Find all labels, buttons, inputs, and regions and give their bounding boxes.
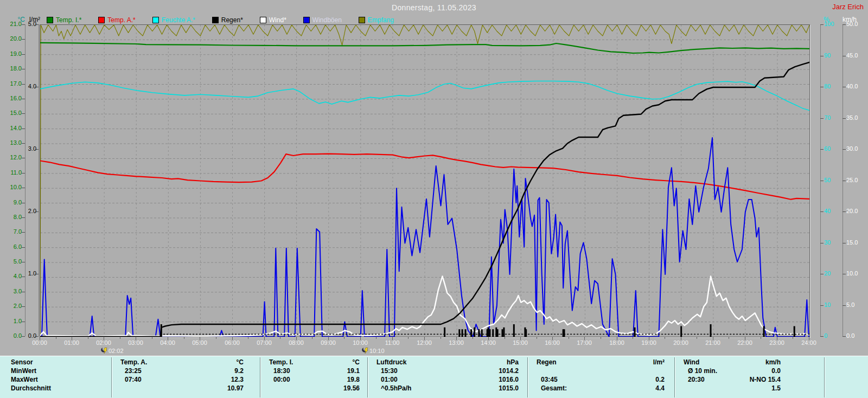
half-hour-tick [88, 337, 88, 339]
stats-value: 1.5 [674, 384, 781, 392]
hour-label: 02:00 [96, 339, 111, 346]
celsius-axis-tick-label: 10.0 [4, 184, 22, 190]
celsius-axis-tick-label: 14.0 [4, 125, 22, 131]
stats-value: l/m² [527, 358, 665, 366]
legend-item-empfang[interactable]: Empfang [359, 16, 394, 24]
hour-label: 18:00 [609, 339, 624, 346]
wind-axis-tick [843, 181, 846, 181]
rain-event-bar [478, 329, 480, 337]
hour-label: 07:00 [257, 339, 272, 346]
hour-label: 15:00 [513, 339, 528, 346]
rain-event-bar [503, 328, 505, 337]
half-hour-tick [569, 337, 569, 339]
humidity-axis-tick [820, 243, 824, 243]
hour-label: 08:00 [289, 339, 304, 346]
hour-label: 17:00 [577, 339, 592, 346]
stats-value: 19.56 [260, 384, 360, 392]
celsius-axis-tick [22, 113, 25, 114]
legend-label: Windböen [312, 16, 342, 24]
wind-axis-tick [843, 56, 846, 56]
rain-event-bar [763, 326, 765, 337]
celsius-axis-tick-label: 11.0 [4, 170, 22, 176]
humidity-axis-tick [820, 87, 824, 87]
rain-event-bar [161, 324, 162, 337]
rain-axis-tick-label: 4.0 [22, 84, 36, 89]
hour-label: 23:00 [769, 339, 784, 346]
humidity-axis-tick-label: 60 [824, 146, 831, 152]
celsius-axis-tick [22, 69, 25, 69]
celsius-axis-tick-label: 16.0 [4, 95, 22, 101]
celsius-axis-tick [22, 129, 25, 129]
celsius-axis-tick-label: 9.0 [4, 200, 22, 206]
celsius-axis-tick-label: 4.0 [4, 273, 22, 279]
half-hour-tick [120, 337, 120, 339]
humidity-axis-tick [820, 118, 824, 119]
rain-axis-tick-label: 1.0 [22, 271, 36, 277]
half-hour-tick [152, 337, 152, 339]
legend-item-windben[interactable]: Windböen [303, 16, 342, 24]
hour-label: 16:00 [545, 339, 560, 346]
half-hour-tick [216, 337, 216, 339]
wind-axis-tick [843, 118, 846, 119]
half-hour-tick [793, 337, 793, 339]
stats-value: 9.2 [111, 367, 244, 375]
weather-chart[interactable] [40, 25, 809, 337]
half-hour-tick [376, 337, 376, 339]
celsius-axis-tick-label: 18.0 [4, 66, 22, 72]
humidity-axis-tick-label: 70 [824, 115, 831, 121]
stats-value: 10.97 [111, 384, 244, 392]
wind-axis-tick [843, 305, 846, 306]
wind-axis-tick-label: 35.0 [846, 115, 858, 121]
hour-label: 20:00 [673, 339, 688, 346]
celsius-axis-tick [22, 54, 25, 55]
rain-event-bar [710, 324, 712, 337]
wind-axis-tick-label: 10.0 [846, 271, 858, 277]
rain-axis-tick-label: 0.0 [22, 333, 36, 339]
celsius-axis-tick [22, 143, 25, 144]
moon-bolt-icon [101, 347, 107, 354]
rain-axis-tick-label: 3.0 [22, 146, 36, 152]
legend-item-regen[interactable]: Regen* [212, 16, 243, 24]
half-hour-tick [441, 337, 441, 339]
hour-label: 13:00 [449, 339, 464, 346]
hour-label: 03:00 [128, 339, 143, 346]
half-hour-tick [312, 337, 312, 339]
celsius-axis-tick [22, 277, 25, 277]
station-owner-label: Jarz Erich [832, 3, 864, 11]
rain-event-bar [474, 328, 475, 337]
legend-item-wind[interactable]: Wind* [260, 16, 286, 24]
rain-axis-tick-label: 2.0 [22, 208, 36, 214]
hour-label: 10:00 [353, 339, 368, 346]
celsius-axis-tick-label: 5.0 [4, 259, 22, 265]
stats-value: 12.3 [111, 376, 244, 383]
rain-event-bar [680, 326, 682, 337]
celsius-axis-ruler [25, 24, 25, 336]
humidity-axis-tick-label: 100 [824, 21, 834, 27]
stats-value: N-NO 15.4 [674, 376, 781, 383]
legend-item-feuchtea[interactable]: Feuchte A.* [152, 16, 195, 24]
half-hour-tick [344, 337, 344, 339]
rain-event-bar [489, 329, 490, 337]
celsius-axis-tick [22, 247, 25, 248]
legend-swatch-icon [359, 17, 365, 23]
rain-event-bar [564, 329, 565, 337]
stats-value: 4.4 [527, 384, 665, 392]
stats-value: 1014.2 [367, 367, 519, 375]
celsius-axis-tick-label: 2.0 [4, 303, 22, 309]
celsius-axis-tick [22, 188, 25, 188]
legend-item-tempa[interactable]: Temp. A.* [98, 16, 135, 24]
chart-plot-area[interactable] [40, 24, 810, 337]
page-title: Donnerstag, 11.05.2023 [0, 3, 868, 12]
humidity-axis-tick [820, 336, 824, 337]
legend-item-tempi[interactable]: Temp. I.* [47, 16, 81, 24]
celsius-axis-tick-label: 1.0 [4, 318, 22, 324]
stats-row-label: MinWert [11, 367, 36, 375]
chart-legend: Temp. I.*Temp. A.*Feuchte A.*Regen*Wind*… [47, 16, 394, 24]
rain-event-bar [794, 326, 795, 337]
stats-value: km/h [674, 358, 781, 366]
half-hour-tick [184, 337, 184, 339]
half-hour-tick [473, 337, 473, 339]
humidity-axis-tick-label: 0 [824, 333, 827, 339]
celsius-axis-tick-label: 21.0 [4, 21, 22, 27]
hour-label: 19:00 [641, 339, 656, 346]
